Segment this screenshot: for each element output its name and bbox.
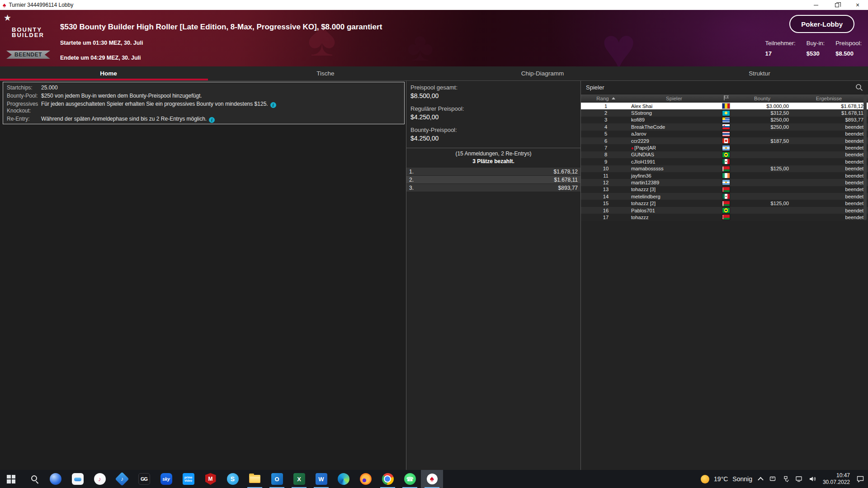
player-rank: 9 xyxy=(581,159,631,164)
window-titlebar: ♠ Turnier 3444996114 Lobby × xyxy=(0,0,868,10)
column-header-rank[interactable]: Rang xyxy=(581,96,631,101)
taskbar-icon-music-app[interactable]: ♪ xyxy=(111,470,133,488)
logo-line2: BUILDER xyxy=(12,33,44,38)
taskbar-icon-prime-video[interactable]: prime video xyxy=(177,470,199,488)
taskbar-icon-pokerstars[interactable]: ♠ xyxy=(421,470,443,488)
player-result: beendet xyxy=(790,124,868,130)
taskbar-clock[interactable]: 10:47 30.07.2022 xyxy=(823,472,850,486)
volume-icon[interactable] xyxy=(809,476,816,482)
poker-lobby-button[interactable]: Poker-Lobby xyxy=(789,15,854,33)
player-row[interactable]: 3 ♠kofi89 $250,00 $893,77 xyxy=(581,117,868,123)
taskbar-icon-ggpoker[interactable]: GG xyxy=(133,470,155,488)
player-row[interactable]: 8 ♠GUNDIAS beendet xyxy=(581,151,868,158)
taskbar-icon-glyph: M xyxy=(208,476,213,482)
player-row[interactable]: 4 ♠BreakTheCode $250,00 beendet xyxy=(581,123,868,130)
network-icon[interactable] xyxy=(795,476,802,482)
player-bounty: $187,50 xyxy=(735,138,790,144)
player-row[interactable]: 5 ♠aJarov beendet xyxy=(581,131,868,137)
lobby-tab[interactable]: Struktur xyxy=(651,66,868,80)
teams-sync-icon[interactable] xyxy=(769,476,776,482)
player-row[interactable]: 15 ♠tohazzz [2] $125,00 beendet xyxy=(581,200,868,206)
taskbar-icon-excel[interactable]: X xyxy=(288,470,310,488)
column-header-flag[interactable] xyxy=(717,95,735,102)
player-row[interactable]: 12 ♠martin12389 beendet xyxy=(581,179,868,186)
taskbar-icon-whatsapp[interactable]: ☎ xyxy=(399,470,421,488)
taskbar-icon-itunes[interactable]: ♪ xyxy=(89,470,111,488)
info-row-text-value: 25.000 xyxy=(41,84,58,91)
status-badge: BEENDET xyxy=(6,51,50,59)
windows-taskbar: ♪ ♪ GG sky prime video M xyxy=(0,470,868,488)
tournament-banner: ♠ ♣ ♥ ★ BOUNTY BUILDER BEENDET $530 Boun… xyxy=(0,10,868,66)
country-flag-icon xyxy=(722,138,730,143)
player-row[interactable]: 14 ♠metelindberg beendet xyxy=(581,193,868,200)
column-header-bounty[interactable]: Bounty xyxy=(735,96,790,101)
lobby-tab[interactable]: Chip-Diagramm xyxy=(434,66,651,80)
tray-overflow-chevron-icon[interactable] xyxy=(758,477,764,483)
favorite-star-icon[interactable]: ★ xyxy=(4,13,11,23)
player-row[interactable]: 6 ♠ccr2229 $187,50 beendet xyxy=(581,137,868,144)
taskbar-icon-glyph: ☎ xyxy=(406,476,413,483)
taskbar-icon-edge[interactable] xyxy=(332,470,354,488)
taskbar-start-button[interactable] xyxy=(0,470,22,488)
player-row[interactable]: 7 ♠[Papo]AR beendet xyxy=(581,144,868,151)
payout-row: 3. $893,77 xyxy=(406,184,580,192)
player-row[interactable]: 11 ♠jayfinn36 beendet xyxy=(581,172,868,179)
column-header-player[interactable]: Spieler xyxy=(631,96,717,101)
country-flag-icon xyxy=(722,124,730,129)
player-flag-cell xyxy=(717,180,735,185)
player-row[interactable]: 1 ♠Alex Shai $3.000,00 $1.678,12 xyxy=(581,103,868,109)
players-scrollbar[interactable] xyxy=(863,94,867,220)
stat-label: Teilnehmer: xyxy=(765,40,796,47)
player-bounty: $3.000,00 xyxy=(735,103,790,109)
player-row[interactable]: 13 ♠tohazzz [3] beendet xyxy=(581,186,868,193)
player-name: ♠jayfinn36 xyxy=(631,173,717,178)
taskbar-icon-chrome[interactable] xyxy=(377,470,399,488)
player-row[interactable]: 17 ♠tohazzz beendet xyxy=(581,214,868,221)
player-flag-cell xyxy=(717,159,735,164)
info-icon[interactable] xyxy=(209,117,215,123)
bounty-builder-logo: BOUNTY BUILDER xyxy=(12,27,44,38)
player-row[interactable]: 10 ♠mamabosssss $125,00 beendet xyxy=(581,165,868,172)
taskbar-icon-file-explorer[interactable] xyxy=(244,470,266,488)
country-flag-icon xyxy=(722,180,730,185)
action-center-icon[interactable] xyxy=(856,475,864,483)
taskbar-icon-sky[interactable]: sky xyxy=(155,470,177,488)
player-rank: 10 xyxy=(581,166,631,171)
lobby-tab[interactable]: Home xyxy=(0,66,217,80)
player-flag-cell xyxy=(717,187,735,192)
weather-widget[interactable]: 19°C Sonnig xyxy=(701,475,752,483)
usb-device-icon[interactable] xyxy=(783,476,789,483)
column-header-results[interactable]: Ergebnisse xyxy=(790,96,868,101)
taskbar-icon-mcafee[interactable]: M xyxy=(199,470,222,488)
player-row[interactable]: 2 ♠SSstrong $312,50 $1.678,11 xyxy=(581,109,868,116)
lobby-tab[interactable]: Tische xyxy=(217,66,434,80)
minimize-button[interactable] xyxy=(806,0,826,10)
lobby-tabbar: Home Tische Chip-Diagramm Struktur xyxy=(0,66,868,80)
taskbar-icons: ♪ ♪ GG sky prime video M xyxy=(0,470,443,488)
total-prizepool-value: $8.500,00 xyxy=(410,92,580,99)
taskbar-icon-outlook[interactable]: O xyxy=(266,470,288,488)
taskbar-icon-skype[interactable]: S xyxy=(222,470,244,488)
player-name-text: ccr2229 xyxy=(631,138,649,144)
player-row[interactable]: 9 ♠cJIoH1991 beendet xyxy=(581,158,868,165)
restore-button[interactable] xyxy=(826,0,847,10)
taskbar-search-icon[interactable] xyxy=(22,470,44,488)
player-row[interactable]: 16 ♠Pablos701 beendet xyxy=(581,207,868,214)
taskbar-icon-icloud[interactable] xyxy=(66,470,89,488)
payout-place: 3. xyxy=(409,185,414,191)
country-flag-icon xyxy=(722,159,730,164)
player-rank: 4 xyxy=(581,124,631,130)
search-icon[interactable] xyxy=(855,84,863,91)
player-name-text: tohazzz [3] xyxy=(631,187,656,192)
taskbar-icon-glyph: ♪ xyxy=(98,475,101,483)
close-button[interactable]: × xyxy=(847,0,868,10)
player-name: ♠martin12389 xyxy=(631,180,717,185)
player-name: ♠ccr2229 xyxy=(631,138,717,144)
taskbar-icon-blue-app[interactable] xyxy=(44,470,66,488)
taskbar-icon-firefox[interactable] xyxy=(354,470,377,488)
player-rank: 8 xyxy=(581,152,631,157)
clock-date: 30.07.2022 xyxy=(823,479,850,486)
info-icon[interactable] xyxy=(270,102,276,108)
taskbar-icon-word[interactable]: W xyxy=(310,470,332,488)
player-name: ♠tohazzz [2] xyxy=(631,201,717,206)
